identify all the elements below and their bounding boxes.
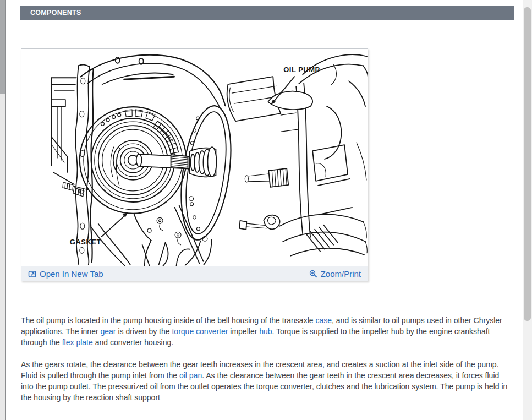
section-title: COMPONENTS <box>30 9 81 17</box>
gasket-callout-line <box>102 215 126 237</box>
paragraph-oil-pump-location: The oil pump is located in the pump hous… <box>21 315 511 348</box>
zoom-magnifier-icon <box>309 270 317 278</box>
paragraph-text: The oil pump is located in the pump hous… <box>21 316 315 325</box>
zoom-print-link[interactable]: Zoom/Print <box>309 269 361 279</box>
inline-link[interactable]: gear <box>101 327 116 336</box>
open-in-new-tab-link[interactable]: Open In New Tab <box>28 269 103 279</box>
figure-image: OIL PUMP GASKET <box>21 49 368 266</box>
right-scrollbar-thumb[interactable] <box>524 7 531 321</box>
inline-link[interactable]: case <box>315 316 332 325</box>
diagram-label-gasket: GASKET <box>70 238 101 246</box>
inline-link[interactable]: hub <box>259 327 272 336</box>
paragraph-text: impeller <box>228 327 259 336</box>
right-scrollbar[interactable] <box>523 0 532 420</box>
components-section-header: COMPONENTS <box>20 6 514 20</box>
inline-link[interactable]: torque converter <box>172 327 228 336</box>
article-body: The oil pump is located in the pump hous… <box>21 315 511 403</box>
inline-link[interactable]: oil pan <box>179 371 202 380</box>
paragraph-pump-operation: As the gears rotate, the clearance betwe… <box>21 359 511 403</box>
zoom-print-label: Zoom/Print <box>321 269 361 279</box>
open-in-new-tab-icon <box>28 270 36 278</box>
diagram-label-oil-pump: OIL PUMP <box>283 66 320 74</box>
paragraph-text: is driven by the <box>116 327 172 336</box>
open-in-new-tab-label: Open In New Tab <box>40 269 103 279</box>
figure-toolbar: Open In New Tab Zoom/Print <box>21 266 368 281</box>
figure-card: OIL PUMP GASKET Open In New Tab Zoom/Pri… <box>21 48 368 281</box>
left-scrollbar-thumb[interactable] <box>0 0 5 94</box>
left-scrollbar[interactable] <box>0 0 6 420</box>
inline-link[interactable]: flex plate <box>62 338 93 347</box>
paragraph-text: and converter housing. <box>93 338 173 347</box>
oil-pump-diagram: OIL PUMP GASKET <box>21 49 368 266</box>
